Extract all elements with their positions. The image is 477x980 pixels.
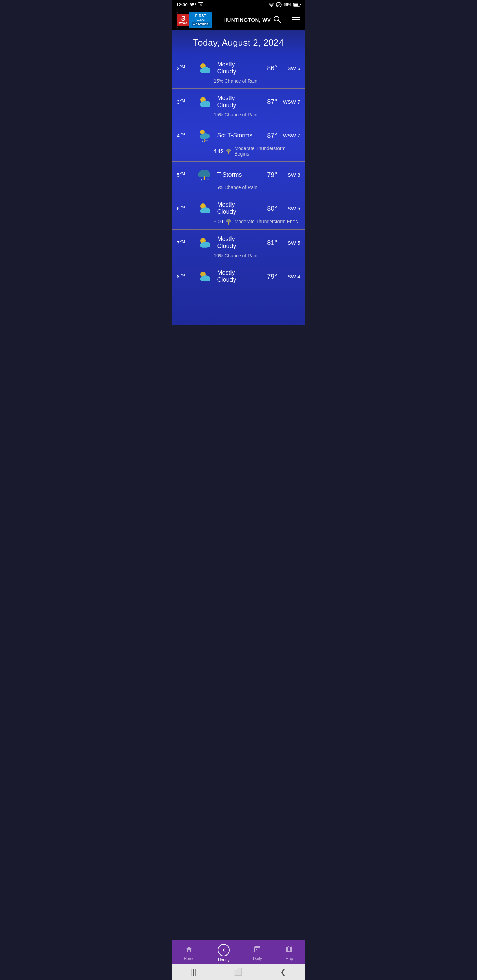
nav-home-label: Home (183, 956, 195, 961)
app-header: 3 WSAZ FIRST ALERT WEATHER HUNTINGTON, W… (172, 10, 305, 30)
status-temp: 85° (190, 2, 196, 8)
nav-map[interactable]: Map (280, 944, 299, 962)
mostly-cloudy-day-icon-7pm (196, 235, 212, 250)
time-8pm: 8PM (177, 273, 191, 279)
nav-home[interactable]: Home (178, 944, 200, 962)
mostly-cloudy-day-icon-3pm (196, 94, 212, 109)
icon-2pm (195, 60, 213, 76)
status-battery-text: 69% (283, 2, 292, 7)
menu-button[interactable] (292, 17, 300, 22)
temp-5pm: 79° (259, 171, 278, 179)
svg-rect-4 (294, 4, 298, 6)
time-7pm: 7PM (177, 240, 191, 246)
condition-6pm: Mostly Cloudy (217, 201, 255, 215)
svg-rect-11 (201, 70, 210, 73)
dnd-icon (276, 2, 282, 8)
nav-hourly-label: Hourly (218, 958, 230, 962)
tstorms-icon (196, 167, 212, 182)
battery-icon (294, 3, 301, 7)
condition-4pm: Sct T-Storms (217, 132, 255, 139)
svg-rect-30 (198, 174, 210, 177)
wind-6pm: SW 5 (282, 205, 300, 211)
status-right: 69% (268, 2, 301, 8)
temp-4pm: 87° (259, 132, 278, 140)
icon-4pm (195, 128, 213, 143)
time-2pm: 2PM (177, 65, 191, 71)
icon-6pm (195, 201, 213, 216)
temp-3pm: 87° (259, 98, 278, 106)
thunderstorm-end-icon (226, 218, 232, 224)
wifi-icon (268, 2, 274, 7)
thunderstorm-alert-icon (226, 148, 232, 154)
condition-7pm: Mostly Cloudy (217, 235, 255, 250)
system-navigation: ||| ⬜ ❮ (172, 964, 305, 980)
location-display: HUNTINGTON, WV (223, 16, 281, 24)
temp-8pm: 79° (259, 272, 278, 280)
sub-5pm: 65% Chance of Rain (177, 185, 300, 190)
condition-3pm: Mostly Cloudy (217, 95, 255, 109)
sub-time-6pm: 6:00 (214, 219, 223, 224)
svg-point-32 (201, 179, 202, 181)
hourly-row-5pm: 5PM T-Storms 79° SW 8 65% (172, 162, 305, 195)
svg-point-33 (207, 178, 208, 180)
temp-7pm: 81° (259, 239, 278, 247)
temp-6pm: 80° (259, 205, 278, 212)
svg-rect-21 (200, 136, 209, 138)
logo-station: WSAZ (179, 22, 188, 25)
mostly-cloudy-day-icon-8pm (196, 269, 212, 284)
location-text: HUNTINGTON, WV (223, 17, 271, 23)
hourly-row-2pm: 2PM Mostly Cloudy 86° SW 6 15% Chance of… (172, 55, 305, 89)
sub-2pm: 15% Chance of Rain (177, 78, 300, 84)
sub-text-2pm: 15% Chance of Rain (214, 78, 257, 84)
hourly-circle (217, 944, 230, 956)
search-icon (273, 16, 281, 23)
logo-first: FIRST (195, 14, 206, 18)
condition-5pm: T-Storms (217, 171, 255, 178)
hourly-row-3pm: 3PM Mostly Cloudy 87° WSW 7 15% Chance o… (172, 89, 305, 123)
sub-text-6pm: Moderate Thunderstorm Ends (235, 219, 298, 224)
time-6pm: 6PM (177, 205, 191, 211)
icon-8pm (195, 269, 213, 284)
sub-6pm: 6:00 Moderate Thunderstorm Ends (177, 218, 300, 224)
nav-daily[interactable]: Daily (247, 944, 268, 962)
svg-marker-31 (203, 176, 206, 181)
back-button[interactable]: ❮ (280, 968, 286, 976)
svg-rect-3 (300, 4, 301, 5)
time-3pm: 3PM (177, 99, 191, 105)
svg-line-1 (277, 3, 281, 7)
search-button[interactable] (273, 16, 281, 24)
time-5pm: 5PM (177, 172, 191, 178)
app-logo: 3 WSAZ FIRST ALERT WEATHER (177, 12, 212, 28)
sub-4pm: 4:45 Moderate Thunderstorm Begins (177, 146, 300, 156)
recents-button[interactable]: ||| (191, 968, 196, 976)
mostly-cloudy-day-icon-6pm (196, 201, 212, 216)
sub-text-4pm: Moderate Thunderstorm Begins (234, 146, 300, 156)
sct-tstorms-icon (196, 128, 212, 143)
svg-point-23 (202, 140, 203, 142)
home-icon (185, 945, 193, 955)
sub-3pm: 15% Chance of Rain (177, 112, 300, 118)
icon-7pm (195, 235, 213, 250)
svg-rect-16 (201, 104, 210, 107)
date-banner: Today, August 2, 2024 (172, 30, 305, 55)
status-x-icon: ✕ (198, 2, 203, 8)
logo-weather: WEATHER (192, 22, 210, 26)
sub-7pm: 10% Chance of Rain (177, 253, 300, 258)
hourly-forecast-list: 2PM Mostly Cloudy 86° SW 6 15% Chance of… (172, 55, 305, 325)
svg-point-24 (206, 140, 207, 142)
svg-rect-38 (201, 210, 210, 213)
status-time: 12:30 (176, 2, 188, 8)
sub-text-3pm: 15% Chance of Rain (214, 112, 257, 118)
home-button[interactable]: ⬜ (234, 968, 242, 976)
wind-7pm: SW 5 (282, 240, 300, 246)
logo-channel: 3 (182, 15, 185, 22)
sub-text-7pm: 10% Chance of Rain (214, 253, 257, 258)
wind-2pm: SW 6 (282, 65, 300, 71)
condition-2pm: Mostly Cloudy (217, 61, 255, 75)
svg-line-6 (278, 21, 281, 23)
map-icon (285, 945, 294, 955)
daily-icon (253, 945, 262, 955)
nav-map-label: Map (285, 956, 293, 961)
sub-text-5pm: 65% Chance of Rain (214, 185, 257, 190)
nav-hourly[interactable]: Hourly (212, 943, 235, 964)
